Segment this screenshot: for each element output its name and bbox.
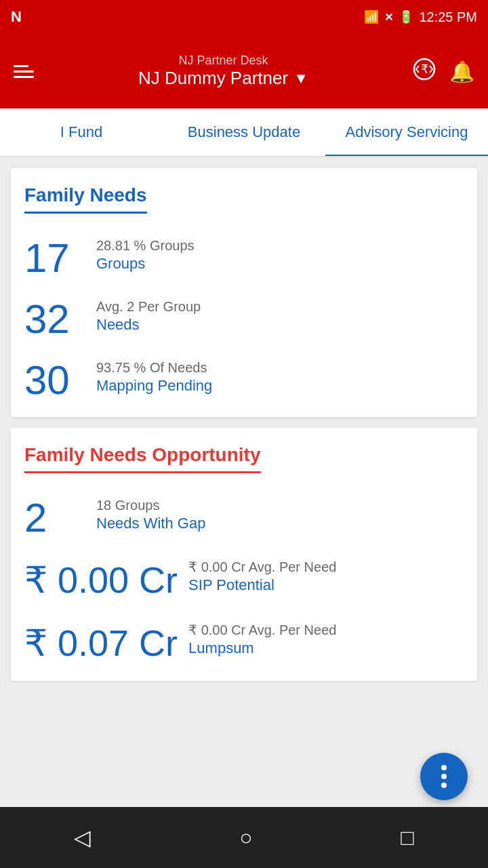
- stat-needs-gap: 2 18 Groups Needs With Gap: [24, 498, 464, 538]
- fab-dot-3: [441, 783, 447, 788]
- content-area: Family Needs 17 28.81 % Groups Groups 32…: [0, 157, 488, 768]
- stat-needs-number: 32: [24, 299, 85, 340]
- stat-groups-bottom: Groups: [96, 255, 195, 273]
- header-center: NJ Partner Desk NJ Dummy Partner ▼: [34, 54, 413, 89]
- stat-mapping: 30 93.75 % Of Needs Mapping Pending: [24, 360, 464, 401]
- header-actions: ₹ 🔔: [413, 58, 474, 85]
- stat-needs-top: Avg. 2 Per Group: [96, 299, 201, 315]
- stat-needs-gap-number: 2: [24, 498, 85, 538]
- tabs-container: I Fund Business Update Advisory Servicin…: [0, 108, 488, 157]
- fab-dot-1: [441, 765, 447, 770]
- battery-icon: 🔋: [399, 9, 413, 24]
- stat-lumpsum-bottom: Lumpsum: [188, 639, 336, 657]
- family-needs-title: Family Needs: [24, 184, 147, 214]
- home-button[interactable]: ○: [239, 825, 252, 850]
- menu-line-full: [14, 71, 34, 73]
- family-needs-card: Family Needs 17 28.81 % Groups Groups 32…: [11, 168, 477, 417]
- stat-sip-value: ₹ 0.00 Cr: [24, 559, 178, 601]
- bell-icon[interactable]: 🔔: [449, 60, 474, 83]
- stat-lumpsum-top: ₹ 0.00 Cr Avg. Per Need: [188, 622, 336, 638]
- fab-dots-icon: [441, 765, 447, 788]
- stat-needs-detail: Avg. 2 Per Group Needs: [96, 299, 201, 334]
- home-icon: ○: [239, 825, 252, 850]
- back-icon: ◁: [74, 825, 91, 850]
- family-needs-opportunity-card: Family Needs Opportunity 2 18 Groups Nee…: [11, 428, 477, 681]
- stat-groups: 17 28.81 % Groups Groups: [24, 238, 464, 279]
- stat-mapping-top: 93.75 % Of Needs: [96, 360, 212, 376]
- stat-groups-top: 28.81 % Groups: [96, 238, 195, 254]
- transfer-icon[interactable]: ₹: [413, 58, 436, 85]
- stat-needs-gap-bottom: Needs With Gap: [96, 515, 205, 532]
- stat-lumpsum-value: ₹ 0.07 Cr: [24, 622, 178, 665]
- menu-line-short: [14, 65, 28, 67]
- tab-i-fund[interactable]: I Fund: [0, 110, 163, 157]
- status-icons: 📶 ✕ 🔋 12:25 PM: [364, 9, 477, 25]
- stat-lumpsum: ₹ 0.07 Cr ₹ 0.00 Cr Avg. Per Need Lumpsu…: [24, 622, 464, 665]
- svg-text:₹: ₹: [421, 62, 428, 76]
- partner-desk-label: NJ Partner Desk: [34, 54, 413, 68]
- stat-mapping-detail: 93.75 % Of Needs Mapping Pending: [96, 360, 212, 395]
- stat-mapping-bottom: Mapping Pending: [96, 377, 212, 395]
- stat-groups-number: 17: [24, 238, 85, 279]
- fab-more-options[interactable]: [420, 753, 468, 800]
- tab-advisory-servicing[interactable]: Advisory Servicing: [325, 110, 488, 157]
- wifi-icon: 📶: [364, 9, 379, 24]
- tab-business-update[interactable]: Business Update: [163, 110, 325, 157]
- stat-needs-gap-top: 18 Groups: [96, 498, 205, 513]
- tab-business-update-label: Business Update: [188, 123, 300, 140]
- bottom-nav: ◁ ○ □: [0, 807, 488, 868]
- back-button[interactable]: ◁: [74, 825, 91, 850]
- stat-lumpsum-detail: ₹ 0.00 Cr Avg. Per Need Lumpsum: [188, 622, 336, 657]
- stat-sip-top: ₹ 0.00 Cr Avg. Per Need: [188, 559, 336, 575]
- status-logo-area: N: [11, 8, 22, 26]
- stat-sip-potential: ₹ 0.00 Cr ₹ 0.00 Cr Avg. Per Need SIP Po…: [24, 559, 464, 601]
- status-time: 12:25 PM: [419, 9, 477, 25]
- stat-needs-gap-detail: 18 Groups Needs With Gap: [96, 498, 205, 532]
- recents-icon: □: [401, 825, 413, 850]
- menu-button[interactable]: [14, 65, 34, 78]
- recents-button[interactable]: □: [401, 825, 413, 850]
- status-bar: N 📶 ✕ 🔋 12:25 PM: [0, 0, 488, 34]
- app-logo: N: [11, 8, 22, 26]
- chevron-down-icon: ▼: [293, 70, 308, 87]
- fab-dot-2: [441, 774, 447, 779]
- app-header: NJ Partner Desk NJ Dummy Partner ▼ ₹ 🔔: [0, 34, 488, 108]
- stat-groups-detail: 28.81 % Groups Groups: [96, 238, 195, 273]
- stat-sip-bottom: SIP Potential: [188, 576, 336, 594]
- signal-x-icon: ✕: [384, 11, 393, 24]
- family-needs-opportunity-title: Family Needs Opportunity: [24, 444, 261, 473]
- partner-name[interactable]: NJ Dummy Partner ▼: [34, 68, 413, 89]
- tab-advisory-servicing-label: Advisory Servicing: [346, 123, 468, 140]
- partner-name-text: NJ Dummy Partner: [138, 68, 288, 89]
- stat-needs: 32 Avg. 2 Per Group Needs: [24, 299, 464, 340]
- stat-sip-detail: ₹ 0.00 Cr Avg. Per Need SIP Potential: [188, 559, 336, 594]
- tab-i-fund-label: I Fund: [60, 123, 102, 140]
- stat-mapping-number: 30: [24, 360, 85, 401]
- stat-needs-bottom: Needs: [96, 316, 201, 334]
- menu-line-full2: [14, 76, 34, 78]
